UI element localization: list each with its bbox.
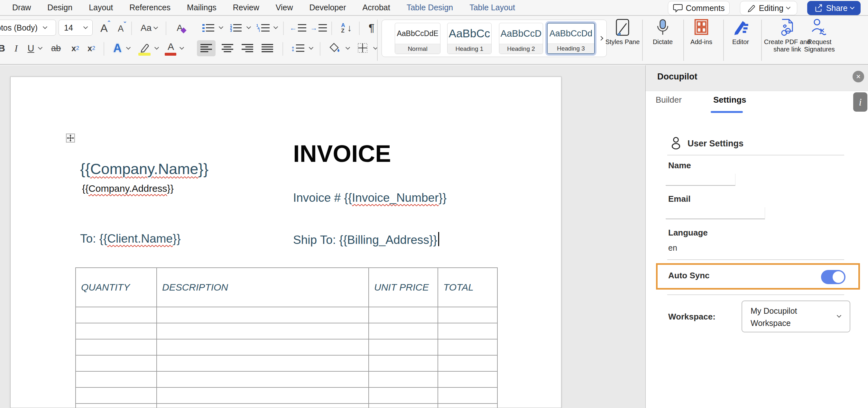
menu-tab-table-design[interactable]: Table Design bbox=[407, 3, 453, 12]
table-cell[interactable] bbox=[438, 404, 497, 408]
table-cell[interactable] bbox=[157, 371, 369, 387]
font-size-select[interactable]: 14 bbox=[59, 20, 93, 36]
comments-button[interactable]: Comments bbox=[668, 1, 730, 15]
table-cell[interactable] bbox=[438, 339, 497, 355]
table-cell[interactable] bbox=[369, 404, 438, 408]
table-cell[interactable] bbox=[369, 371, 438, 387]
table-header-description[interactable]: DESCRIPTION bbox=[157, 268, 369, 307]
table-cell[interactable] bbox=[438, 323, 497, 339]
text-effects-button[interactable]: A bbox=[110, 41, 125, 56]
style-heading-3[interactable]: AaBbCcDd Heading 3 bbox=[547, 23, 595, 54]
table-cell[interactable] bbox=[369, 387, 438, 404]
table-cell[interactable] bbox=[75, 307, 157, 323]
font-color-button[interactable]: A bbox=[163, 39, 178, 56]
shading-button[interactable] bbox=[326, 39, 344, 56]
align-center-button[interactable] bbox=[219, 40, 236, 56]
strikethrough-button[interactable]: ab bbox=[48, 41, 64, 56]
auto-sync-toggle[interactable] bbox=[821, 270, 845, 284]
highlight-color-button[interactable] bbox=[137, 39, 153, 56]
invoice-title[interactable]: INVOICE bbox=[293, 140, 391, 167]
table-header-total[interactable]: TOTAL bbox=[438, 268, 497, 307]
bullet-list-button[interactable] bbox=[199, 21, 217, 35]
editing-mode-button[interactable]: Editing bbox=[740, 1, 797, 15]
chevron-down-icon[interactable] bbox=[219, 25, 223, 29]
invoice-number-field[interactable]: Invoice # {{Invoice_Number}} bbox=[293, 191, 446, 205]
info-button[interactable]: i bbox=[853, 92, 867, 112]
request-signatures-button[interactable]: Request Signatures bbox=[799, 18, 840, 53]
table-cell[interactable] bbox=[75, 323, 157, 339]
table-cell[interactable] bbox=[157, 307, 369, 323]
style-heading-1[interactable]: AaBbCc Heading 1 bbox=[447, 23, 492, 54]
table-cell[interactable] bbox=[438, 355, 497, 371]
italic-button[interactable]: I bbox=[11, 41, 21, 56]
chevron-down-icon[interactable] bbox=[345, 45, 350, 50]
table-cell[interactable] bbox=[157, 387, 369, 404]
editor-button[interactable]: Editor bbox=[722, 18, 759, 46]
table-cell[interactable] bbox=[438, 307, 497, 323]
numbered-list-button[interactable]: 123 bbox=[227, 21, 245, 35]
table-header-unit-price[interactable]: UNIT PRICE bbox=[369, 268, 438, 307]
chevron-down-icon[interactable] bbox=[309, 45, 313, 50]
superscript-button[interactable]: x2 bbox=[84, 41, 98, 56]
menu-tab-layout[interactable]: Layout bbox=[89, 3, 113, 12]
share-button[interactable]: Share bbox=[807, 1, 861, 15]
style-heading-2[interactable]: AaBbCcD Heading 2 bbox=[499, 23, 543, 54]
increase-indent-button[interactable]: → bbox=[309, 21, 328, 35]
tab-settings[interactable]: Settings bbox=[713, 95, 746, 105]
align-left-button[interactable] bbox=[197, 40, 216, 56]
dictate-button[interactable]: Dictate bbox=[644, 18, 682, 46]
table-cell[interactable] bbox=[157, 339, 369, 355]
table-cell[interactable] bbox=[438, 387, 497, 404]
justify-button[interactable] bbox=[259, 40, 276, 56]
menu-tab-review[interactable]: Review bbox=[233, 3, 259, 12]
menu-tab-references[interactable]: References bbox=[129, 3, 170, 12]
chevron-down-icon[interactable] bbox=[38, 45, 42, 50]
table-cell[interactable] bbox=[369, 339, 438, 355]
company-address-field[interactable]: {{Company.Address}} bbox=[82, 183, 174, 194]
chevron-down-icon[interactable] bbox=[180, 45, 184, 50]
table-cell[interactable] bbox=[75, 355, 157, 371]
font-name-select[interactable]: ptos (Body) bbox=[0, 20, 56, 36]
change-case-button[interactable]: Aa bbox=[138, 21, 160, 35]
menu-tab-design[interactable]: Design bbox=[47, 3, 72, 12]
menu-tab-mailings[interactable]: Mailings bbox=[187, 3, 217, 12]
table-cell[interactable] bbox=[75, 404, 157, 408]
table-cell[interactable] bbox=[157, 404, 369, 408]
table-header-quantity[interactable]: QUANTITY bbox=[75, 268, 157, 307]
line-spacing-button[interactable]: ↕ bbox=[288, 40, 307, 56]
client-name-field[interactable]: To: {{Client.Name}} bbox=[80, 232, 181, 246]
company-name-field[interactable]: {{Company.Name}} bbox=[80, 160, 209, 178]
clear-formatting-button[interactable]: A bbox=[172, 21, 190, 35]
table-cell[interactable] bbox=[369, 355, 438, 371]
table-cell[interactable] bbox=[75, 371, 157, 387]
shrink-font-button[interactable]: Aˇ bbox=[114, 22, 130, 36]
billing-address-field[interactable]: Ship To: {{Billing_Address}} bbox=[293, 232, 439, 247]
underline-button[interactable]: U bbox=[25, 41, 37, 56]
close-panel-button[interactable]: × bbox=[852, 71, 864, 82]
menu-tab-developer[interactable]: Developer bbox=[309, 3, 346, 12]
chevron-down-icon[interactable] bbox=[126, 45, 131, 50]
decrease-indent-button[interactable]: ← bbox=[289, 21, 307, 35]
subscript-button[interactable]: x2 bbox=[68, 41, 82, 56]
table-cell[interactable] bbox=[75, 387, 157, 404]
addins-button[interactable]: Add-ins bbox=[682, 18, 721, 46]
name-input[interactable] bbox=[665, 174, 735, 186]
bold-button[interactable]: B bbox=[0, 41, 6, 56]
table-cell[interactable] bbox=[438, 371, 497, 387]
table-cell[interactable] bbox=[369, 323, 438, 339]
table-cell[interactable] bbox=[75, 339, 157, 355]
chevron-down-icon[interactable] bbox=[274, 25, 278, 29]
align-right-button[interactable] bbox=[239, 40, 256, 56]
table-cell[interactable] bbox=[157, 323, 369, 339]
workspace-select[interactable]: My Docupilot Workspace bbox=[742, 301, 850, 333]
menu-tab-table-layout[interactable]: Table Layout bbox=[469, 3, 515, 12]
borders-button[interactable] bbox=[354, 39, 371, 56]
menu-tab-draw[interactable]: Draw bbox=[12, 3, 31, 12]
gallery-expand-icon[interactable] bbox=[599, 36, 603, 40]
menu-tab-acrobat[interactable]: Acrobat bbox=[362, 3, 390, 12]
table-cell[interactable] bbox=[369, 307, 438, 323]
chevron-down-icon[interactable] bbox=[246, 25, 251, 29]
email-input[interactable] bbox=[665, 207, 765, 219]
chevron-down-icon[interactable] bbox=[154, 45, 159, 50]
table-cell[interactable] bbox=[157, 355, 369, 371]
